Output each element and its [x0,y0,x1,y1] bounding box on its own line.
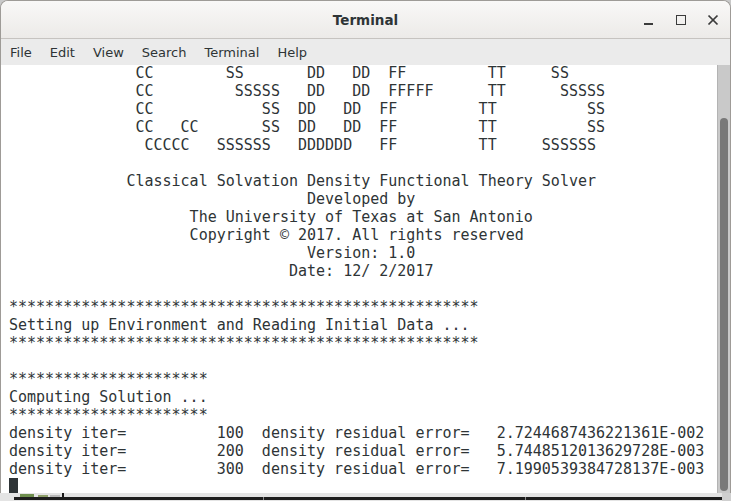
maximize-button[interactable] [669,8,692,31]
window-controls [637,1,724,38]
screen: Terminal FileEditViewSearchTerminalHelp [0,0,731,501]
maximize-icon [676,15,686,25]
menu-item-terminal[interactable]: Terminal [195,41,268,64]
terminal-window: Terminal FileEditViewSearchTerminalHelp [0,0,731,493]
terminal-cursor [9,478,18,493]
background-window-border [14,497,722,500]
minimize-icon [644,23,653,25]
terminal-viewport[interactable]: CC SS DD DD FF TT SS CC SSSSS DD DD FFFF… [1,65,730,493]
close-button[interactable] [701,8,724,31]
background-decoration [722,493,731,501]
minimize-button[interactable] [637,8,660,31]
background-decoration [525,497,526,500]
scrollbar-thumb[interactable] [720,118,728,491]
menu-item-search[interactable]: Search [133,41,196,64]
background-window-edge [0,493,731,501]
scrollbar-track[interactable] [717,65,730,493]
menu-bar: FileEditViewSearchTerminalHelp [1,39,730,66]
close-icon [707,14,719,26]
menu-item-view[interactable]: View [84,41,133,64]
menu-item-help[interactable]: Help [268,41,316,64]
title-bar[interactable]: Terminal [1,1,730,39]
menu-item-file[interactable]: File [1,41,41,64]
terminal-output: CC SS DD DD FF TT SS CC SSSSS DD DD FFFF… [9,64,704,478]
background-decoration [263,497,264,500]
window-title: Terminal [333,12,398,28]
menu-item-edit[interactable]: Edit [41,41,84,64]
